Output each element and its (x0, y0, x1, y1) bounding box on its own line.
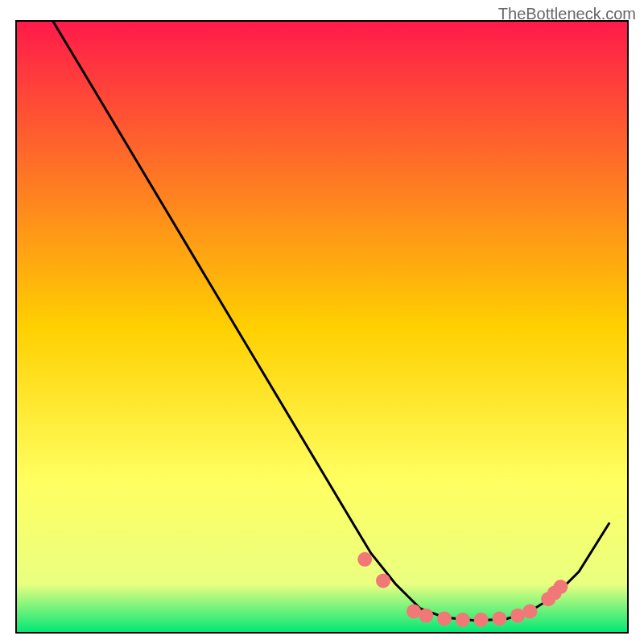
scatter-dot (474, 613, 489, 627)
scatter-dot (553, 580, 568, 594)
scatter-dot (522, 604, 537, 618)
scatter-dot (376, 573, 390, 588)
chart-container: TheBottleneck.com (0, 0, 644, 644)
scatter-dot (419, 609, 433, 623)
watermark-text: TheBottleneck.com (498, 5, 636, 23)
scatter-dot (492, 612, 506, 626)
chart-svg (0, 0, 644, 644)
scatter-dot (437, 612, 452, 626)
scatter-dot (456, 613, 470, 627)
scatter-dot (357, 552, 372, 567)
